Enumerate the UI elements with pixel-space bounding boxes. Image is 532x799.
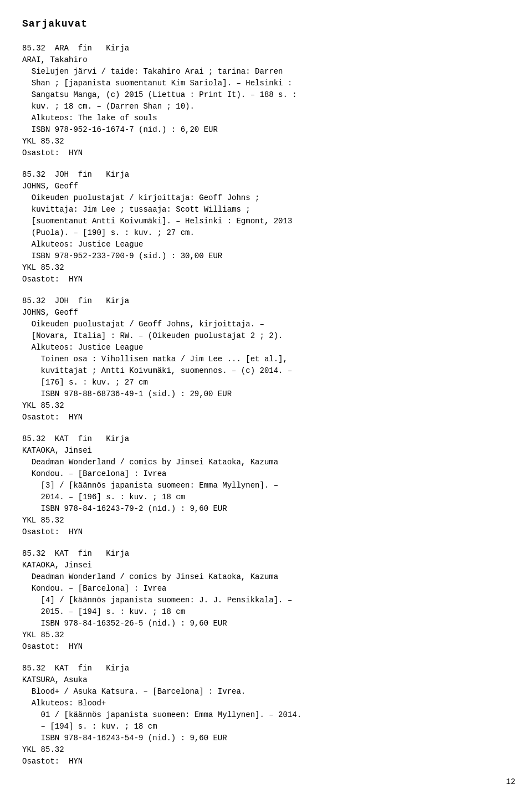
- entry-header: 85.32 ARA fin Kirja: [22, 43, 510, 54]
- entry-header: 85.32 KAT fin Kirja: [22, 663, 510, 674]
- entry-body: JOHNS, Geoff Oikeuden puolustajat / Geof…: [22, 307, 510, 400]
- catalog-entry: 85.32 KAT fin KirjaKATAOKA, Jinsei Deadm…: [22, 548, 510, 653]
- catalog-entry: 85.32 ARA fin KirjaARAI, Takahiro Sieluj…: [22, 43, 510, 159]
- osastot-line: Osastot: HYN: [22, 756, 510, 767]
- entry-body: KATSURA, Asuka Blood+ / Asuka Katsura. –…: [22, 674, 510, 744]
- catalog-entry: 85.32 JOH fin KirjaJOHNS, Geoff Oikeuden…: [22, 169, 510, 285]
- entry-body: ARAI, Takahiro Sielujen järvi / taide: T…: [22, 54, 510, 136]
- ykl-line: YKL 85.32: [22, 136, 510, 147]
- ykl-line: YKL 85.32: [22, 744, 510, 756]
- ykl-line: YKL 85.32: [22, 262, 510, 274]
- ykl-line: YKL 85.32: [22, 629, 510, 641]
- osastot-line: Osastot: HYN: [22, 641, 510, 653]
- ykl-line: YKL 85.32: [22, 400, 510, 412]
- osastot-line: Osastot: HYN: [22, 526, 510, 538]
- page-number: 12: [506, 776, 515, 788]
- entry-header: 85.32 JOH fin Kirja: [22, 169, 510, 181]
- entry-body: KATAOKA, Jinsei Deadman Wonderland / com…: [22, 445, 510, 515]
- entry-body: KATAOKA, Jinsei Deadman Wonderland / com…: [22, 560, 510, 629]
- osastot-line: Osastot: HYN: [22, 147, 510, 159]
- ykl-line: YKL 85.32: [22, 515, 510, 526]
- entry-header: 85.32 JOH fin Kirja: [22, 295, 510, 307]
- entry-header: 85.32 KAT fin Kirja: [22, 433, 510, 445]
- osastot-line: Osastot: HYN: [22, 412, 510, 423]
- page-title: Sarjakuvat: [22, 17, 510, 32]
- entry-header: 85.32 KAT fin Kirja: [22, 548, 510, 560]
- entries-container: 85.32 ARA fin KirjaARAI, Takahiro Sieluj…: [22, 43, 510, 767]
- catalog-entry: 85.32 JOH fin KirjaJOHNS, Geoff Oikeuden…: [22, 295, 510, 423]
- osastot-line: Osastot: HYN: [22, 274, 510, 285]
- entry-body: JOHNS, Geoff Oikeuden puolustajat / kirj…: [22, 181, 510, 262]
- catalog-entry: 85.32 KAT fin KirjaKATAOKA, Jinsei Deadm…: [22, 433, 510, 538]
- catalog-entry: 85.32 KAT fin KirjaKATSURA, Asuka Blood+…: [22, 663, 510, 767]
